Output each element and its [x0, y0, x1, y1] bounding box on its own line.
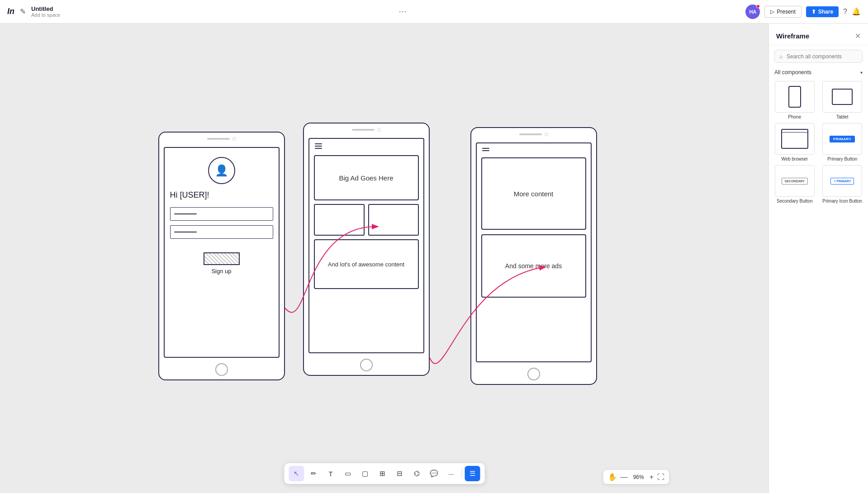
- hamburger-menu: [309, 139, 423, 153]
- person-icon: 👤: [215, 164, 228, 177]
- share-button[interactable]: ⬆ Share: [806, 6, 839, 17]
- rectangle-tool[interactable]: ▭: [340, 466, 356, 481]
- ham-line-1: [315, 143, 322, 144]
- avatar-status-dot: [756, 5, 760, 8]
- phone-screen-2: Big Ad Goes Here And lot's of awesome co…: [308, 138, 424, 353]
- phone-thumbnail: [775, 81, 815, 113]
- input-line: [174, 213, 197, 214]
- panel-header: Wireframe ✕: [769, 24, 868, 45]
- input-line-2: [174, 232, 197, 232]
- phone-top-bar-3: [471, 128, 596, 141]
- component-web-browser[interactable]: Web browser: [773, 123, 817, 161]
- phone-top-bar-1: [159, 133, 284, 145]
- input-field-1: [170, 207, 273, 221]
- primary-btn-thumbnail: PRIMARY: [822, 123, 862, 155]
- browser-label: Web browser: [781, 156, 808, 161]
- right-panel: Wireframe ✕ ⌕ All components ▾ Phone: [768, 24, 868, 493]
- primary-btn-label: Primary Button: [827, 156, 857, 161]
- grid-tool[interactable]: ⊞: [375, 466, 390, 481]
- topbar-left: In ✎ Untitled Add to space: [7, 5, 60, 18]
- pen-tool[interactable]: ✏: [306, 466, 321, 481]
- phone-notch-3: [519, 133, 542, 135]
- phone-screen-1: 👤 Hi [USER]! Sign up: [164, 147, 280, 358]
- topbar-right: HA ▷ Present ⬆ Share ? 🔔: [745, 5, 861, 19]
- filter-row[interactable]: All components ▾: [769, 67, 868, 79]
- ham-line-2: [315, 146, 322, 147]
- share-icon: ⬆: [811, 9, 816, 15]
- select-tool[interactable]: ↖: [289, 466, 304, 481]
- secondary-btn-thumbnail: SECONDARY: [775, 165, 815, 197]
- component-primary-button[interactable]: PRIMARY Primary Button: [821, 123, 865, 161]
- component-secondary-button[interactable]: SECONDARY Secondary Button: [773, 165, 817, 204]
- project-subtitle[interactable]: Add to space: [31, 12, 60, 18]
- freehand-tool[interactable]: ⌬: [409, 466, 424, 481]
- zoom-out-button[interactable]: —: [621, 473, 628, 481]
- content-box: And lot's of awesome content: [314, 239, 419, 289]
- big-ad-box: Big Ad Goes Here: [314, 155, 419, 200]
- zoom-in-button[interactable]: +: [650, 473, 654, 481]
- tablet-thumb-shape: [832, 89, 853, 105]
- notification-icon[interactable]: 🔔: [852, 7, 861, 16]
- present-icon: ▷: [770, 9, 774, 15]
- phone-camera-2: [377, 128, 381, 132]
- secondary-btn-label: Secondary Button: [777, 199, 813, 204]
- input-field-2: [170, 225, 273, 239]
- ham-line-3a: [482, 148, 489, 149]
- wireframe-frame-1: 👤 Hi [USER]! Sign up: [158, 132, 285, 380]
- phone-camera: [232, 137, 236, 141]
- ham-line-3: [315, 148, 322, 149]
- icon-btn-shape: + PRIMARY: [830, 178, 854, 185]
- hamburger-menu-3: [477, 143, 591, 156]
- signup-label: Sign up: [211, 268, 231, 275]
- signup-button-wireframe: [204, 252, 240, 265]
- small-box-1: [314, 204, 365, 236]
- phone-home-button-2: [360, 359, 373, 371]
- more-tools-button[interactable]: ···: [443, 466, 459, 481]
- more-options-button[interactable]: ···: [399, 7, 407, 16]
- components-grid: Phone Tablet Web browser: [773, 81, 864, 204]
- help-icon[interactable]: ?: [843, 8, 847, 16]
- project-title: Untitled: [31, 5, 60, 12]
- browser-thumb-shape: [781, 129, 808, 149]
- component-phone[interactable]: Phone: [773, 81, 817, 119]
- search-input[interactable]: [787, 53, 858, 60]
- present-button[interactable]: ▷ Present: [764, 6, 801, 18]
- phone-label: Phone: [788, 114, 801, 119]
- components-grid-container: Phone Tablet Web browser: [769, 79, 868, 493]
- chevron-down-icon: ▾: [860, 70, 863, 75]
- rounded-rect-tool[interactable]: ▢: [357, 466, 373, 481]
- phone-top-bar-2: [304, 123, 429, 136]
- phone-notch: [207, 138, 230, 140]
- zoom-controls: ✋ — 96% + ⛶: [603, 470, 669, 484]
- wireframe-frame-3: More content And some more ads: [470, 127, 597, 385]
- active-mode-button[interactable]: ☰: [465, 466, 480, 481]
- phone-screen-3: More content And some more ads: [476, 142, 592, 362]
- phone-camera-3: [545, 133, 548, 136]
- zoom-level: 96%: [631, 474, 646, 480]
- avatar-initials: HA: [749, 9, 756, 14]
- topbar: In ✎ Untitled Add to space ··· HA ▷ Pres…: [0, 0, 868, 24]
- fullscreen-icon[interactable]: ⛶: [657, 473, 664, 481]
- toolbar: ↖ ✏ T ▭ ▢ ⊞ ⊟ ⌬ 💬 ··· ☰: [284, 463, 484, 484]
- user-avatar-wireframe: 👤: [208, 157, 235, 184]
- hand-tool-icon[interactable]: ✋: [608, 473, 617, 481]
- tablet-label: Tablet: [836, 114, 849, 119]
- search-bar[interactable]: ⌕: [774, 50, 863, 63]
- component-primary-icon-button[interactable]: + PRIMARY Primary Icon Button: [821, 165, 865, 204]
- layout-tool[interactable]: ⊟: [392, 466, 407, 481]
- comment-tool[interactable]: 💬: [426, 466, 441, 481]
- phone-home-button-1: [215, 363, 228, 376]
- user-avatar[interactable]: HA: [745, 5, 760, 19]
- icon-btn-thumbnail: + PRIMARY: [822, 165, 862, 197]
- phone-notch-2: [352, 129, 375, 131]
- more-content-box: More content: [481, 157, 586, 230]
- canvas[interactable]: 👤 Hi [USER]! Sign up: [0, 24, 768, 493]
- text-tool[interactable]: T: [323, 466, 338, 481]
- panel-close-button[interactable]: ✕: [855, 32, 861, 40]
- primary-btn-shape: PRIMARY: [830, 136, 855, 142]
- small-box-2: [368, 204, 419, 236]
- component-tablet[interactable]: Tablet: [821, 81, 865, 119]
- wireframe-frame-2: Big Ad Goes Here And lot's of awesome co…: [303, 123, 430, 376]
- hi-user-text: Hi [USER]!: [170, 190, 273, 200]
- phone-thumb-shape: [788, 86, 801, 108]
